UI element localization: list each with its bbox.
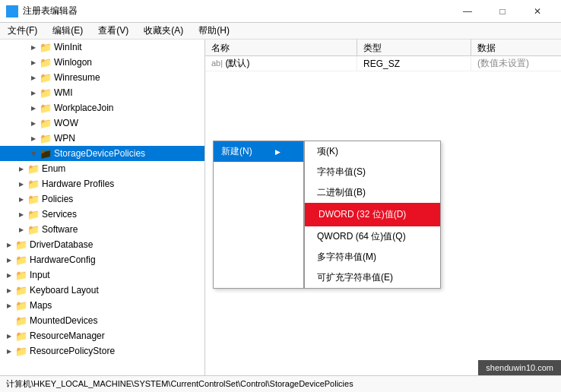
col-header-name: 名称	[205, 40, 357, 55]
tree-item-resourcepolicystore[interactable]: ResourcePolicyStore	[0, 343, 204, 359]
submenu-item-key[interactable]: 项(K)	[305, 141, 440, 162]
tree-label-keyboardlayout: Keyboard Layout	[30, 285, 99, 296]
tree-label-wmi: WMI	[54, 87, 73, 98]
tree-label-hardwareprofiles: Hardware Profiles	[42, 179, 114, 189]
submenu-item-expandstring[interactable]: 可扩充字符串值(E)	[305, 267, 440, 288]
folder-icon-maps	[15, 299, 27, 311]
tree-item-enum[interactable]: Enum	[0, 161, 204, 176]
svg-rect-2	[8, 12, 11, 16]
folder-icon-policies	[27, 193, 40, 205]
context-menu-new-label: 新建(N)	[221, 145, 252, 158]
menu-file[interactable]: 文件(F)	[0, 23, 45, 39]
close-button[interactable]: ✕	[520, 0, 555, 23]
expand-arrow-workplacejoin	[27, 102, 40, 114]
folder-icon-input	[15, 269, 27, 281]
watermark: shenduwin10.com	[478, 360, 561, 375]
expand-arrow-wow	[27, 117, 40, 129]
col-header-data: 数据	[471, 40, 561, 55]
tree-label-winresume: Winresume	[54, 72, 100, 83]
expand-arrow-wpn	[27, 132, 40, 144]
tree-item-resourcemanager[interactable]: ResourceManager	[0, 328, 204, 343]
tree-item-services[interactable]: Services	[0, 207, 204, 222]
table-row[interactable]: ab| (默认) REG_SZ (数值未设置)	[205, 56, 561, 71]
submenu-item-qword[interactable]: QWORD (64 位)值(Q)	[305, 226, 440, 247]
tree-label-wininit: WinInit	[54, 42, 82, 52]
tree-label-services: Services	[42, 209, 77, 220]
expand-arrow-hardwareconfig	[3, 254, 15, 266]
tree-label-mounteddevices: MountedDevices	[30, 315, 97, 326]
tree-item-hardwareprofiles[interactable]: Hardware Profiles	[0, 176, 204, 191]
expand-arrow-mounteddevices	[3, 315, 15, 327]
tree-label-winlogon: Winlogon	[54, 57, 92, 68]
menu-view[interactable]: 查看(V)	[90, 23, 136, 39]
cell-type-default: REG_SZ	[357, 57, 471, 71]
expand-arrow-hardwareprofiles	[15, 178, 27, 190]
tree-item-mounteddevices[interactable]: MountedDevices	[0, 313, 204, 328]
folder-icon-wpn	[40, 132, 52, 144]
tree-label-policies: Policies	[42, 194, 73, 204]
tree-item-policies[interactable]: Policies	[0, 191, 204, 207]
expand-arrow-maps	[3, 299, 15, 311]
folder-icon-winlogon	[40, 56, 52, 68]
svg-rect-1	[13, 7, 17, 11]
submenu-item-dword[interactable]: DWORD (32 位)值(D)	[305, 203, 440, 226]
expand-arrow-resourcemanager	[3, 330, 15, 342]
expand-arrow-wininit	[27, 41, 40, 53]
menu-help[interactable]: 帮助(H)	[191, 23, 237, 39]
tree-item-winresume[interactable]: Winresume	[0, 70, 204, 85]
tree-panel: WinInit Winlogon Winresume WMI	[0, 40, 205, 375]
tree-label-hardwareconfig: HardwareConfig	[30, 254, 96, 265]
folder-icon-wow	[40, 117, 52, 129]
menu-edit[interactable]: 编辑(E)	[45, 23, 90, 39]
tree-item-wmi[interactable]: WMI	[0, 85, 204, 100]
tree-label-driverdatabase: DriverDatabase	[30, 239, 93, 250]
folder-icon-hardwareprofiles	[27, 178, 40, 190]
expand-arrow-driverdatabase	[3, 239, 15, 251]
tree-item-wow[interactable]: WOW	[0, 115, 204, 131]
cell-data-default: (数值未设置)	[471, 56, 561, 71]
menu-bar: 文件(F) 编辑(E) 查看(V) 收藏夹(A) 帮助(H)	[0, 23, 561, 40]
tree-label-maps: Maps	[30, 300, 52, 311]
tree-label-storagedevicepolicies: StorageDevicePolicies	[54, 148, 145, 159]
folder-icon-hardwareconfig	[15, 254, 27, 266]
tree-item-storagedevicepolicies[interactable]: StorageDevicePolicies	[0, 146, 204, 161]
minimize-button[interactable]: —	[450, 0, 485, 23]
title-bar-left: 注册表编辑器	[6, 5, 78, 17]
tree-item-hardwareconfig[interactable]: HardwareConfig	[0, 252, 204, 267]
table-header: 名称 类型 数据	[205, 40, 561, 56]
maximize-button[interactable]: □	[485, 0, 520, 23]
folder-icon-driverdatabase	[15, 239, 27, 251]
expand-arrow-resourcepolicystore	[3, 345, 15, 357]
submenu-item-string[interactable]: 字符串值(S)	[305, 162, 440, 182]
folder-icon-workplacejoin	[40, 102, 52, 114]
context-submenu: 项(K) 字符串值(S) 二进制值(B) DWORD (32 位)值(D) QW…	[304, 141, 441, 289]
expand-arrow-winlogon	[27, 56, 40, 68]
folder-icon-resourcemanager	[15, 330, 27, 342]
tree-item-keyboardlayout[interactable]: Keyboard Layout	[0, 283, 204, 298]
expand-arrow-services	[15, 208, 27, 220]
tree-label-input: Input	[30, 270, 50, 280]
tree-label-software: Software	[42, 224, 78, 235]
tree-item-wpn[interactable]: WPN	[0, 131, 204, 146]
folder-icon-enum	[27, 163, 40, 175]
cell-name-default: ab| (默认)	[205, 56, 357, 71]
tree-item-input[interactable]: Input	[0, 267, 204, 283]
tree-item-maps[interactable]: Maps	[0, 298, 204, 313]
tree-item-winlogon[interactable]: Winlogon	[0, 55, 204, 70]
status-text: 计算机\HKEY_LOCAL_MACHINE\SYSTEM\CurrentCon…	[6, 378, 353, 390]
tree-label-resourcepolicystore: ResourcePolicyStore	[30, 346, 115, 356]
window-controls: — □ ✕	[450, 0, 555, 23]
window-title: 注册表编辑器	[23, 5, 78, 17]
tree-item-workplacejoin[interactable]: WorkplaceJoin	[0, 100, 204, 115]
submenu-item-multistring[interactable]: 多字符串值(M)	[305, 247, 440, 267]
folder-icon-software	[27, 223, 40, 236]
tree-item-software[interactable]: Software	[0, 222, 204, 237]
folder-icon-keyboardlayout	[15, 284, 27, 296]
tree-item-driverdatabase[interactable]: DriverDatabase	[0, 237, 204, 252]
folder-icon-mounteddevices	[15, 315, 27, 327]
tree-item-wininit[interactable]: WinInit	[0, 40, 204, 55]
menu-favorites[interactable]: 收藏夹(A)	[136, 23, 191, 39]
context-menu-new-item[interactable]: 新建(N)	[214, 141, 303, 162]
status-bar: 计算机\HKEY_LOCAL_MACHINE\SYSTEM\CurrentCon…	[0, 375, 561, 392]
submenu-item-binary[interactable]: 二进制值(B)	[305, 182, 440, 203]
